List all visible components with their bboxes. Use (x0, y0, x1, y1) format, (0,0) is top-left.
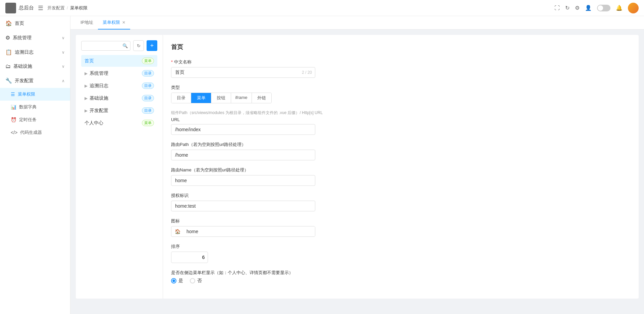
tab-menuauth-label: 菜单权限 (103, 19, 120, 25)
permission-label: 授权标识 (171, 193, 631, 199)
tree-item-devconfig-label: 开发配置 (90, 108, 108, 114)
sort-stepper: ▲ ▼ (171, 252, 208, 263)
content-card: 🔍 ↻ + 首页 菜单 ▶ (76, 35, 639, 299)
detail-panel: 首页 中文名称 2 / 20 类型 目录 菜单 (163, 35, 639, 299)
tree-item-basic-label: 基础设施 (90, 95, 108, 101)
sidebar-item-codegen-label: 代码生成器 (20, 129, 42, 136)
sidebar-item-crontask-label: 定时任务 (19, 117, 37, 123)
type-label: 类型 (171, 85, 631, 91)
sidebar-display-label: 是否在侧边菜单栏显示（如：个人中心、详情页都不需要显示） (171, 270, 631, 276)
sort-label: 排序 (171, 244, 631, 250)
form-section-sidebar-display: 是否在侧边菜单栏显示（如：个人中心、详情页都不需要显示） 是 否 (171, 270, 631, 284)
tree-panel: 🔍 ↻ + 首页 菜单 ▶ (76, 35, 163, 299)
tree-item-basic[interactable]: ▶ 基础设施 目录 (81, 92, 157, 104)
breadcrumb-item-2: 菜单权限 (70, 5, 88, 11)
fullscreen-icon[interactable]: ⛶ (554, 5, 560, 11)
tree-item-devconfig[interactable]: ▶ 开发配置 目录 (81, 105, 157, 116)
route-path-input[interactable] (171, 150, 315, 160)
radio-no[interactable]: 否 (190, 278, 202, 284)
type-btn-dir[interactable]: 目录 (171, 93, 191, 103)
tree-item-system-label: 系统管理 (90, 70, 108, 76)
expand-arrow-trace: ▶ (85, 84, 88, 88)
breadcrumb-separator: / (67, 5, 68, 10)
radio-yes[interactable]: 是 (171, 278, 183, 284)
sidebar-item-trace[interactable]: 📋 追溯日志 ∨ (0, 45, 70, 59)
avatar[interactable] (628, 3, 639, 13)
refresh-icon[interactable]: ↻ (565, 5, 570, 11)
sidebar-item-datadict[interactable]: 📊 数据字典 (0, 101, 70, 113)
chevron-up-icon: ∧ (62, 78, 65, 83)
sidebar-item-system[interactable]: ⚙ 系统管理 ∨ (0, 31, 70, 45)
menu-toggle-icon[interactable]: ☰ (38, 4, 43, 12)
user-icon[interactable]: 👤 (585, 5, 592, 11)
tree-badge-basic: 目录 (142, 95, 154, 101)
type-btn-menu[interactable]: 菜单 (191, 93, 211, 103)
tree-item-personal-label: 个人中心 (85, 120, 103, 126)
tabs-bar: IP地址 菜单权限 ✕ (70, 16, 644, 30)
tree-badge-system: 目录 (142, 70, 154, 76)
sidebar-item-crontask[interactable]: ⏰ 定时任务 (0, 113, 70, 126)
sidebar-item-datadict-label: 数据字典 (19, 104, 37, 110)
basic-icon: 🗂 (5, 63, 11, 69)
form-section-url: 组件Path（src/views/modules 为根目录，须省略组件文件的 .… (171, 110, 631, 135)
form-section-type: 类型 目录 菜单 按钮 iframe 外链 (171, 85, 631, 103)
theme-toggle[interactable] (597, 5, 610, 11)
sidebar-item-menuauth-label: 菜单权限 (18, 91, 35, 97)
header-right: ⛶ ↻ ⚙ 👤 🔔 (554, 3, 639, 13)
devconfig-icon: 🔧 (5, 77, 12, 84)
sidebar-item-codegen[interactable]: </> 代码生成器 (0, 126, 70, 139)
sidebar-item-home[interactable]: 🏠 首页 (0, 16, 70, 31)
tree-item-personal[interactable]: 个人中心 菜单 (81, 117, 157, 129)
icon-input[interactable] (184, 226, 315, 237)
radio-no-circle (190, 278, 195, 283)
radio-yes-circle (171, 278, 176, 283)
tree-badge-devconfig: 目录 (142, 107, 154, 114)
url-input[interactable] (171, 124, 315, 135)
breadcrumb: 开发配置 / 菜单权限 (47, 5, 88, 11)
form-section-route-name: 路由Name（若为空则按照url路径处理） (171, 167, 631, 186)
tree-item-trace-label: 追溯日志 (90, 83, 108, 89)
codegen-icon: </> (11, 130, 17, 135)
tab-close-icon[interactable]: ✕ (122, 20, 125, 25)
bell-icon[interactable]: 🔔 (616, 5, 623, 11)
type-btn-external[interactable]: 外链 (252, 93, 271, 103)
sidebar-item-basic[interactable]: 🗂 基础设施 ∨ (0, 59, 70, 73)
tab-ip-label: IP地址 (80, 19, 93, 25)
top-header: 总后台 ☰ 开发配置 / 菜单权限 ⛶ ↻ ⚙ 👤 🔔 (0, 0, 644, 16)
char-count: 2 / 20 (302, 70, 312, 75)
app-title: 总后台 (19, 5, 34, 11)
search-icon: 🔍 (122, 43, 128, 48)
sort-input[interactable] (171, 252, 208, 262)
trace-icon: 📋 (5, 49, 12, 55)
permission-input[interactable] (171, 201, 315, 211)
sidebar-item-devconfig-label: 开发配置 (15, 78, 34, 84)
sidebar-item-basic-label: 基础设施 (13, 63, 32, 69)
component-path-hint: 组件Path（src/views/modules 为根目录，须省略组件文件的 .… (171, 110, 631, 116)
tree-item-system[interactable]: ▶ 系统管理 目录 (81, 67, 157, 79)
tree-badge-home: 菜单 (142, 58, 154, 64)
type-btn-iframe[interactable]: iframe (231, 93, 252, 103)
tab-menuauth[interactable]: 菜单权限 ✕ (98, 16, 130, 30)
type-btn-button[interactable]: 按钮 (211, 93, 231, 103)
refresh-button[interactable]: ↻ (133, 40, 144, 51)
tree-item-home[interactable]: 首页 菜单 (81, 55, 157, 67)
logo-area: 总后台 (5, 3, 34, 13)
page-content: 🔍 ↻ + 首页 菜单 ▶ (70, 30, 644, 314)
chevron-down-icon-2: ∨ (62, 50, 65, 55)
radio-no-label: 否 (197, 278, 202, 284)
add-button[interactable]: + (147, 40, 157, 51)
sidebar-item-devconfig[interactable]: 🔧 开发配置 ∧ (0, 73, 70, 88)
route-name-input[interactable] (171, 175, 315, 186)
sidebar-item-home-label: 首页 (15, 20, 24, 27)
sidebar-item-menuauth[interactable]: ☰ 菜单权限 (0, 88, 70, 101)
type-group: 目录 菜单 按钮 iframe 外链 (171, 93, 272, 103)
chinese-name-input[interactable] (171, 67, 315, 78)
chinese-name-input-wrap: 2 / 20 (171, 67, 315, 78)
tab-ip[interactable]: IP地址 (76, 16, 98, 30)
expand-arrow-system: ▶ (85, 71, 88, 76)
tree-item-trace[interactable]: ▶ 追溯日志 目录 (81, 80, 157, 92)
sidebar-display-radio: 是 否 (171, 278, 631, 284)
home-icon: 🏠 (5, 20, 12, 27)
chevron-down-icon: ∨ (62, 36, 65, 40)
settings-icon[interactable]: ⚙ (575, 5, 580, 11)
